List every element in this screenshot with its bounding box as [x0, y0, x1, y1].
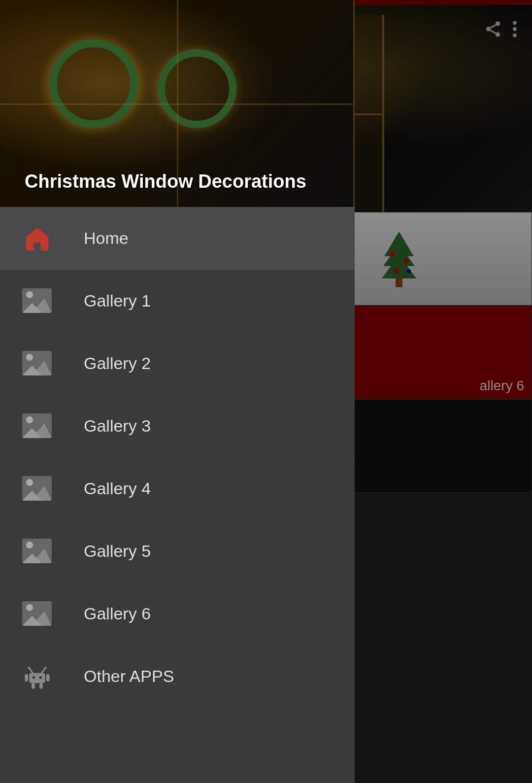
android-icon — [20, 659, 54, 693]
svg-rect-28 — [29, 673, 45, 683]
nav-label-gallery6: Gallery 6 — [84, 604, 151, 623]
nav-label-gallery5: Gallery 5 — [84, 542, 151, 561]
nav-item-gallery4[interactable]: Gallery 4 — [0, 457, 355, 520]
nav-item-other-apps[interactable]: Other APPS — [0, 645, 355, 708]
svg-rect-38 — [39, 683, 43, 688]
drawer-hero-title: Christmas Window Decorations — [25, 171, 306, 192]
svg-point-32 — [28, 667, 30, 669]
gallery6-icon — [20, 596, 54, 631]
svg-rect-36 — [46, 674, 49, 681]
drawer-nav: Home Gallery 1 — [0, 207, 355, 783]
nav-label-home: Home — [84, 229, 129, 248]
svg-point-30 — [39, 676, 42, 679]
svg-rect-35 — [25, 674, 28, 681]
gallery2-icon — [20, 346, 54, 380]
navigation-drawer: Christmas Window Decorations Home — [0, 0, 355, 783]
gallery5-icon — [20, 534, 54, 568]
nav-label-gallery4: Gallery 4 — [84, 479, 151, 498]
home-icon — [20, 221, 54, 255]
nav-label-gallery2: Gallery 2 — [84, 354, 151, 373]
nav-item-gallery2[interactable]: Gallery 2 — [0, 332, 355, 395]
nav-item-home[interactable]: Home — [0, 207, 355, 270]
svg-point-29 — [32, 676, 35, 679]
nav-label-gallery3: Gallery 3 — [84, 416, 151, 436]
nav-item-gallery6[interactable]: Gallery 6 — [0, 582, 355, 645]
nav-item-gallery3[interactable]: Gallery 3 — [0, 395, 355, 457]
gallery4-icon — [20, 471, 54, 506]
drawer-hero: Christmas Window Decorations — [0, 0, 355, 207]
svg-line-33 — [41, 668, 45, 673]
nav-item-gallery1[interactable]: Gallery 1 — [0, 270, 355, 332]
gallery1-icon — [20, 283, 54, 318]
svg-rect-37 — [32, 683, 35, 688]
gallery3-icon — [20, 409, 54, 443]
svg-point-34 — [44, 667, 46, 669]
nav-item-gallery5[interactable]: Gallery 5 — [0, 520, 355, 582]
nav-label-other-apps: Other APPS — [84, 667, 174, 686]
svg-line-31 — [29, 668, 33, 673]
nav-label-gallery1: Gallery 1 — [84, 291, 151, 310]
